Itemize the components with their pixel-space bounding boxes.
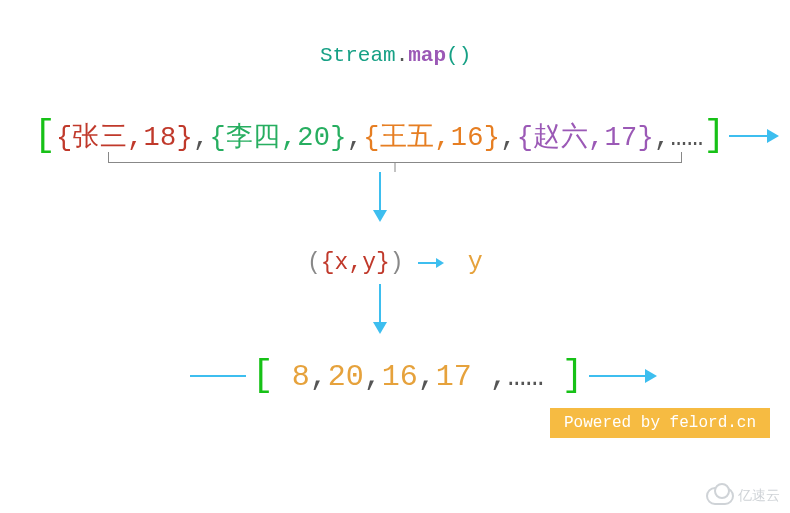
lambda-output: y bbox=[468, 248, 483, 277]
arrow-head-icon bbox=[645, 369, 657, 383]
bracket-close: ] bbox=[703, 115, 725, 156]
input-item-2: {李四,20} bbox=[210, 123, 347, 153]
lambda-expression: ({x,y}) y bbox=[307, 248, 483, 277]
input-item-1: {张三,18} bbox=[56, 123, 193, 153]
title-map-word: map bbox=[408, 44, 446, 67]
down-arrow-1 bbox=[379, 172, 381, 210]
bracket-open: [ bbox=[252, 355, 274, 396]
down-arrow-2 bbox=[379, 284, 381, 322]
bracket-open: [ bbox=[34, 115, 56, 156]
sep: , bbox=[310, 360, 328, 394]
sep: , bbox=[500, 123, 517, 153]
output-value-3: 16 bbox=[382, 360, 418, 394]
output-list: [ 8,20,16,17 ,…… ] bbox=[246, 355, 589, 396]
arrow-line bbox=[589, 375, 645, 377]
title-stream-word: Stream bbox=[320, 44, 396, 67]
lambda-arg: {x,y} bbox=[321, 250, 390, 276]
input-ellipsis: …… bbox=[670, 123, 703, 153]
arrow-head-icon bbox=[767, 129, 779, 143]
input-list: [{张三,18},{李四,20},{王五,16},{赵六,17},……] bbox=[30, 115, 729, 156]
cloud-icon bbox=[706, 487, 734, 505]
title-parens: () bbox=[446, 44, 471, 67]
output-value-1: 8 bbox=[292, 360, 310, 394]
input-item-3: {王五,16} bbox=[363, 123, 500, 153]
credit-badge: Powered by felord.cn bbox=[550, 408, 770, 438]
under-brace bbox=[108, 152, 682, 172]
sep: , bbox=[364, 360, 382, 394]
arrow-head-icon bbox=[373, 322, 387, 334]
title-dot: . bbox=[396, 44, 409, 67]
title-stream-map: Stream.map() bbox=[320, 44, 471, 67]
paren-open: ( bbox=[307, 250, 321, 276]
arrow-out-bottom bbox=[589, 369, 657, 383]
watermark-text: 亿速云 bbox=[738, 487, 780, 505]
output-value-4: 17 bbox=[436, 360, 472, 394]
input-item-4: {赵六,17} bbox=[517, 123, 654, 153]
watermark: 亿速云 bbox=[706, 487, 780, 505]
diagram-canvas: { "title": { "stream": "Stream", "dot": … bbox=[0, 0, 790, 513]
arrow-small-icon bbox=[418, 258, 444, 268]
sep: , bbox=[490, 360, 508, 394]
sep: , bbox=[347, 123, 364, 153]
output-ellipsis: …… bbox=[508, 360, 544, 394]
paren-close: ) bbox=[390, 250, 404, 276]
sep: , bbox=[418, 360, 436, 394]
arrow-line bbox=[729, 135, 767, 137]
arrow-out-top bbox=[729, 129, 779, 143]
arrow-in-line bbox=[190, 375, 246, 377]
arrow-head-icon bbox=[373, 210, 387, 222]
output-row: [ 8,20,16,17 ,…… ] bbox=[190, 355, 657, 396]
lambda-left: ({x,y}) bbox=[307, 250, 404, 276]
bracket-close: ] bbox=[562, 355, 584, 396]
sep: , bbox=[193, 123, 210, 153]
sep: , bbox=[654, 123, 671, 153]
output-value-2: 20 bbox=[328, 360, 364, 394]
input-row: [{张三,18},{李四,20},{王五,16},{赵六,17},……] bbox=[30, 115, 760, 156]
